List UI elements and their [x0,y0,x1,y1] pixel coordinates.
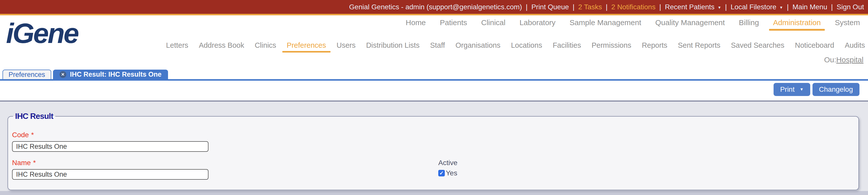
topbar-item-sign-out[interactable]: Sign Out [837,3,864,11]
ou-row: Ou:Hospital [824,56,864,64]
ou-hospital-link[interactable]: Hospital [836,56,864,64]
topbar-item-genial-genetics-admin-support-genialgenetics-com: Genial Genetics - admin (support@genialg… [349,3,522,11]
tab-preferences[interactable]: Preferences [2,69,51,79]
page: Genial Genetics - admin (support@genialg… [0,0,868,195]
topbar-item-main-menu[interactable]: Main Menu [793,3,827,11]
subnav-item-permissions[interactable]: Permissions [591,41,631,50]
tab-ihc-result-ihc-results-one[interactable]: ✕IHC Result: IHC Results One [53,69,168,79]
subnav-item-distribution-lists[interactable]: Distribution Lists [366,41,420,50]
name-field-group: Name * [12,159,209,180]
subnav-item-letters[interactable]: Letters [166,41,188,50]
nav-item-quality-management[interactable]: Quality Management [655,18,725,27]
topbar-separator: | [725,3,727,11]
active-checkbox[interactable]: ✓ [438,170,445,176]
active-label: Active [438,159,457,167]
nav-secondary: LettersAddress BookClinicsPreferencesUse… [166,41,865,50]
name-active-row: Name * Active ✓ Yes [12,159,859,180]
topbar-item-2-tasks[interactable]: 2 Tasks [578,3,602,11]
subnav-item-locations[interactable]: Locations [511,41,542,50]
subnav-item-address-book[interactable]: Address Book [199,41,244,50]
page-bottom-strip [0,191,868,195]
nav-item-billing[interactable]: Billing [739,18,759,27]
topbar-separator: | [572,3,575,11]
subnav-item-facilities[interactable]: Facilities [553,41,581,50]
name-input[interactable] [12,169,209,180]
close-icon[interactable]: ✕ [60,71,66,78]
content-area: IHC Result Code * Name * Active [0,102,868,191]
print-button-label: Print [780,85,795,93]
nav-item-patients[interactable]: Patients [440,18,467,27]
topbar-separator: | [659,3,661,11]
subnav-item-saved-searches[interactable]: Saved Searches [731,41,784,50]
topbar-item-recent-patients[interactable]: Recent Patients▼ [665,3,721,11]
topbar-item-2-notifications[interactable]: 2 Notifications [611,3,655,11]
caret-down-icon: ▼ [779,5,783,9]
subnav-item-clinics[interactable]: Clinics [255,41,276,50]
header: iGene HomePatientsClinicalLaboratorySamp… [0,15,868,69]
caret-down-icon: ▼ [800,87,804,92]
active-checkbox-label: Yes [446,169,457,177]
changelog-button-label: Changelog [819,85,853,93]
subnav-item-users[interactable]: Users [337,41,355,50]
active-checkbox-row: ✓ Yes [438,169,457,177]
topbar: Genial Genetics - admin (support@genialg… [0,0,868,15]
subnav-item-staff[interactable]: Staff [430,41,445,50]
tab-bar: Preferences✕IHC Result: IHC Results One [0,69,868,81]
code-label-text: Code [12,131,29,139]
fieldset-legend: IHC Result [13,112,55,121]
code-field-group: Code * [12,131,859,152]
nav-item-sample-management[interactable]: Sample Management [569,18,641,27]
name-label: Name * [12,159,209,167]
nav-item-administration[interactable]: Administration [773,18,821,27]
nav-primary: HomePatientsClinicalLaboratorySample Man… [406,18,860,27]
subnav-item-reports[interactable]: Reports [642,41,667,50]
code-label: Code * [12,131,859,139]
button-group: Print ▼ Changelog [774,83,860,96]
print-button[interactable]: Print ▼ [774,83,810,96]
subnav-item-organisations[interactable]: Organisations [456,41,501,50]
subnav-item-audits[interactable]: Audits [845,41,865,50]
ihc-result-fieldset: IHC Result Code * Name * Active [7,112,859,190]
changelog-button[interactable]: Changelog [812,83,860,96]
active-group: Active ✓ Yes [438,159,457,177]
topbar-item-print-queue[interactable]: Print Queue [531,3,569,11]
igene-logo[interactable]: iGene [6,19,78,48]
topbar-separator: | [831,3,833,11]
required-asterisk: * [33,159,36,167]
nav-item-system[interactable]: System [835,18,860,27]
required-asterisk: * [31,131,34,139]
subnav-item-sent-reports[interactable]: Sent Reports [678,41,720,50]
topbar-separator: | [606,3,608,11]
subnav-item-preferences[interactable]: Preferences [287,41,326,50]
topbar-separator: | [526,3,527,11]
topbar-separator: | [787,3,788,11]
name-label-text: Name [12,159,31,167]
ou-label: Ou: [824,56,836,64]
topbar-item-local-filestore[interactable]: Local Filestore▼ [731,3,783,11]
code-input[interactable] [12,141,209,152]
tab-label: Preferences [8,71,45,79]
topbar-menu: Genial Genetics - admin (support@genialg… [349,3,864,11]
nav-item-laboratory[interactable]: Laboratory [519,18,555,27]
caret-down-icon: ▼ [718,5,721,9]
nav-item-clinical[interactable]: Clinical [481,18,505,27]
nav-item-home[interactable]: Home [406,18,426,27]
tab-label: IHC Result: IHC Results One [70,71,162,78]
action-strip: Print ▼ Changelog [0,81,868,101]
subnav-item-noticeboard[interactable]: Noticeboard [795,41,834,50]
